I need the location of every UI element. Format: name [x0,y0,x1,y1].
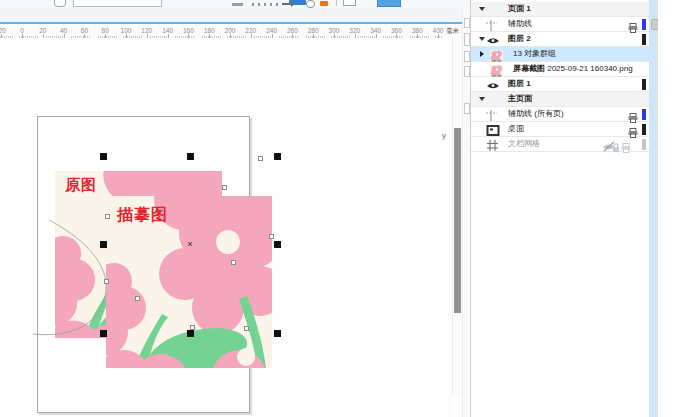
printer-gray-icon[interactable] [621,139,631,157]
row-label: 屏幕截图 2025-09-21 160340.png [513,62,633,76]
toolbar-fragment-icon[interactable] [320,1,328,6]
node-handle[interactable] [104,279,109,284]
toolbar-fragment-input[interactable] [73,0,162,7]
guides-icon [486,20,500,32]
row-label: 桌面 [508,122,524,136]
ruler-label: 140 [162,27,173,34]
lock-icon[interactable] [612,143,620,153]
node-handle[interactable] [269,234,274,239]
ruler-label: -20 [0,27,6,34]
node-handle[interactable] [244,326,249,331]
docker-row-2025-09-21-160340.png[interactable]: 屏幕截图 2025-09-21 160340.png [471,62,649,77]
ruler-label: 60 [81,27,88,34]
ruler-label: 120 [141,27,152,34]
layer-color-bar[interactable] [642,124,646,135]
horizontal-ruler[interactable]: 毫米 -200204060801001201401601802002202402… [0,24,463,38]
eye-icon [486,80,500,92]
collapse-arrow-icon[interactable] [477,92,487,106]
node-handle[interactable] [222,185,227,190]
guides-icon [486,110,500,122]
arrow-icon[interactable] [282,3,294,5]
ruler-label: 220 [245,27,256,34]
grid-icon [486,140,500,152]
row-label: 文档网格 [508,137,540,151]
drawing-canvas[interactable]: 原图 描摹图 × y [0,38,452,417]
ruler-label: 340 [370,27,381,34]
guides-icon [486,18,500,30]
docker-row-辅助线-(所有页)[interactable]: 辅助线 (所有页) [471,107,649,122]
toolbar-fragment-icon[interactable] [306,0,315,8]
selection-handle[interactable] [274,330,281,337]
toolbar-fragment-icon[interactable] [232,3,243,6]
row-label: 图层 2 [508,32,531,46]
selection-handle[interactable] [187,330,194,337]
ruler-label: 320 [349,27,360,34]
layer-color-bar[interactable] [642,79,646,90]
row-label: 辅助线 (所有页) [508,107,564,121]
ruler-label: 240 [266,27,277,34]
ruler-label: 300 [329,27,340,34]
ruler-label: 80 [102,27,109,34]
toolbar-fragment-button[interactable] [54,0,66,7]
toolbar-fragment-dropdown[interactable] [377,0,401,7]
layer-color-bar[interactable] [642,109,646,120]
lock-icon[interactable] [612,139,620,157]
eye-icon[interactable] [486,78,500,90]
docker-row-图层-2[interactable]: 图层 2 [471,32,649,47]
node-handle[interactable] [135,296,140,301]
eye-icon [486,35,500,47]
flower-icon [490,50,504,62]
docker-row-图层-1[interactable]: 图层 1 [471,77,649,92]
layer-color-bar[interactable] [642,139,646,150]
ruler-label: 100 [121,27,132,34]
printer-icon[interactable] [621,143,631,153]
docker-row-桌面[interactable]: 桌面 [471,122,649,137]
layer-color-bar[interactable] [642,19,646,30]
selection-handle[interactable] [274,153,281,160]
docker-row-主页面[interactable]: 主页面 [471,92,649,107]
node-handle[interactable] [105,214,110,219]
docker-row-辅助线[interactable]: 辅助线 [471,17,649,32]
selection-handle[interactable] [100,241,107,248]
guides-icon [486,108,500,120]
node-handle[interactable] [190,325,195,330]
selection-center-mark[interactable]: × [187,240,192,249]
collapse-arrow-icon[interactable] [477,2,487,16]
flower-icon [490,48,504,60]
selection-handles-layer: × [0,38,452,417]
toolbar-fragment-icon [252,3,278,6]
desktop-icon [486,125,500,137]
selection-handle[interactable] [187,153,194,160]
node-handle[interactable] [258,156,263,161]
stray-text: y [442,131,446,140]
node-handle[interactable] [231,260,236,265]
selection-handle[interactable] [274,241,281,248]
desktop-icon [486,123,500,135]
ruler-label: 400 [433,27,444,34]
ruler-label: 40 [60,27,67,34]
ruler-unit-label: 毫米 [446,27,459,36]
expand-arrow-icon[interactable] [477,47,487,61]
ruler-label: 20 [39,27,46,34]
docker-row-页面-1[interactable]: 页面 1 [471,2,649,17]
row-label: 页面 1 [508,2,531,16]
docker-row-13-对象群组[interactable]: 13 对象群组 [471,47,649,62]
row-label: 辅助线 [508,17,532,31]
row-label: 13 对象群组 [513,47,556,61]
ruler-label: 380 [412,27,423,34]
ruler-label: 180 [204,27,215,34]
objects-docker: 页面 1辅助线图层 213 对象群组屏幕截图 2025-09-21 160340… [470,0,648,417]
scrollbar-thumb[interactable] [454,128,461,313]
window-right-margin [658,0,680,417]
layer-color-bar[interactable] [642,34,646,45]
eye-icon[interactable] [486,33,500,45]
selection-handle[interactable] [100,153,107,160]
selection-handle[interactable] [100,330,107,337]
toolbar-fragment-icon[interactable] [343,0,356,6]
ruler-label: 200 [225,27,236,34]
grid-icon [486,138,500,150]
docker-collapse-strip[interactable] [649,0,658,417]
docker-row-文档网格[interactable]: 文档网格 [471,137,649,152]
row-label: 主页面 [508,92,532,106]
ruler-label: 280 [308,27,319,34]
